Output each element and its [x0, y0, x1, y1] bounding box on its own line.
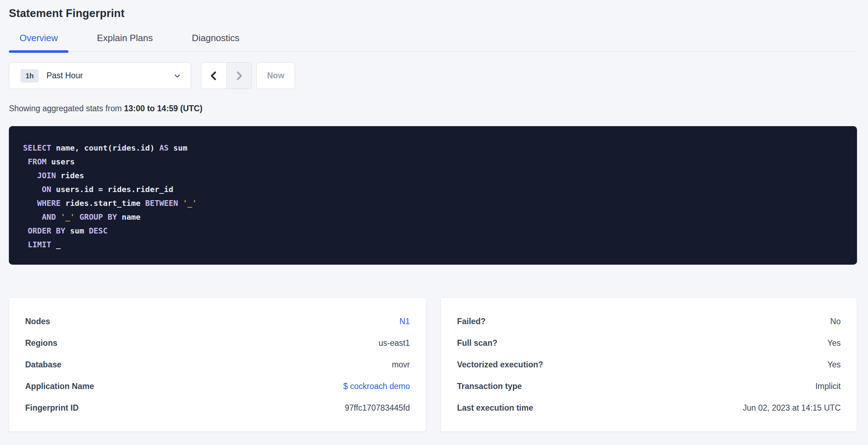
tab-overview[interactable]: Overview — [9, 33, 68, 51]
sql-token-id: sum — [65, 226, 89, 235]
summary-row-label: Transaction type — [457, 382, 522, 391]
sql-statement-box: SELECT name, count(rides.id) AS sum FROM… — [9, 126, 857, 265]
sql-token-kw: AS — [159, 143, 169, 152]
summary-row: NodesN1 — [25, 311, 410, 332]
summary-row: Application Name$ cockroach demo — [25, 376, 410, 397]
time-range-dropdown[interactable]: 1h Past Hour — [9, 62, 191, 89]
summary-row-value-link[interactable]: N1 — [400, 317, 410, 326]
summary-row-label: Last execution time — [457, 403, 533, 413]
tab-label: Overview — [20, 33, 58, 43]
summary-row-label: Database — [25, 360, 61, 370]
next-time-range-button[interactable] — [227, 63, 252, 89]
summary-row-label: Vectorized execution? — [457, 360, 543, 370]
summary-row-label: Full scan? — [457, 338, 497, 348]
summary-row: Last execution timeJun 02, 2023 at 14:15… — [457, 397, 841, 419]
sql-token-kw: SELECT — [23, 143, 51, 152]
summary-row-label: Failed? — [457, 317, 486, 326]
sql-token-kw: JOIN — [37, 171, 56, 180]
summary-row-label: Nodes — [25, 317, 50, 326]
chevron-left-icon — [208, 70, 219, 82]
sql-token-kw: FROM — [28, 157, 46, 166]
sql-token-kw: AND — [42, 213, 56, 221]
sql-token-str: '_' — [183, 199, 197, 208]
summary-row-label: Application Name — [25, 382, 94, 391]
summary-row-value: No — [830, 317, 841, 326]
tabs-bar: OverviewExplain PlansDiagnostics — [9, 33, 857, 52]
sql-token-kw: ON — [42, 185, 51, 194]
summary-row: Regionsus-east1 — [25, 332, 410, 354]
time-controls-row: 1h Past Hour — [9, 62, 857, 89]
sql-token-id — [23, 199, 37, 208]
aggregated-stats-range: 13:00 to 14:59 (UTC) — [124, 104, 202, 113]
summary-row-value: 97ffc170783445fd — [345, 403, 410, 413]
sql-token-id: sum — [169, 143, 188, 152]
summary-cards-row: NodesN1Regionsus-east1DatabasemovrApplic… — [9, 298, 857, 432]
summary-row-label: Fingerprint ID — [25, 403, 79, 413]
tab-explain-plans[interactable]: Explain Plans — [86, 33, 163, 51]
summary-row-value: Yes — [827, 360, 841, 370]
aggregated-stats-caption: Showing aggregated stats from 13:00 to 1… — [9, 104, 857, 113]
sql-token-kw: LIMIT — [28, 240, 51, 249]
sql-token-kw: ORDER BY — [28, 226, 65, 235]
now-button[interactable]: Now — [256, 62, 295, 89]
tab-label: Explain Plans — [97, 33, 153, 43]
page-title: Statement Fingerprint — [9, 7, 857, 20]
statement-details-card: NodesN1Regionsus-east1DatabasemovrApplic… — [9, 298, 426, 432]
chevron-down-icon — [173, 72, 182, 80]
summary-row-label: Regions — [25, 338, 57, 348]
statement-fingerprint-page: Statement Fingerprint OverviewExplain Pl… — [0, 0, 868, 445]
time-range-selected-label: Past Hour — [46, 71, 173, 80]
chevron-right-icon — [234, 70, 244, 82]
sql-token-id: _ — [51, 240, 61, 249]
previous-time-range-button[interactable] — [201, 63, 227, 89]
execution-attributes-card: Failed?NoFull scan?YesVectorized executi… — [441, 298, 857, 432]
sql-token-id — [23, 185, 42, 194]
sql-token-kw: DESC — [89, 226, 107, 235]
sql-token-kw: GROUP BY — [79, 213, 117, 221]
sql-token-kw: BETWEEN — [145, 199, 178, 208]
sql-token-id — [56, 213, 61, 221]
summary-row: Transaction typeImplicit — [457, 376, 841, 397]
sql-token-id — [23, 213, 42, 221]
tab-label: Diagnostics — [192, 33, 239, 43]
tab-diagnostics[interactable]: Diagnostics — [181, 33, 250, 51]
sql-token-id — [178, 199, 183, 208]
summary-row-value: Jun 02, 2023 at 14:15 UTC — [743, 403, 841, 413]
summary-row: Fingerprint ID97ffc170783445fd — [25, 397, 410, 419]
summary-row-value: Implicit — [815, 382, 841, 391]
sql-token-str: '_' — [61, 213, 75, 221]
sql-token-id: name, count(rides.id) — [51, 143, 159, 152]
sql-token-id: users — [46, 157, 74, 166]
active-tab-indicator — [9, 50, 68, 53]
summary-row-value: movr — [392, 360, 410, 370]
summary-row-value: us-east1 — [379, 338, 410, 348]
summary-row-value-link[interactable]: $ cockroach demo — [343, 382, 410, 391]
time-range-stepper — [201, 62, 252, 89]
sql-token-id — [23, 157, 28, 166]
summary-row: Vectorized execution?Yes — [457, 354, 841, 376]
sql-token-id: name — [117, 213, 140, 221]
sql-token-kw: WHERE — [37, 199, 61, 208]
sql-token-id — [23, 240, 28, 249]
aggregated-stats-prefix: Showing aggregated stats from — [9, 104, 124, 113]
sql-token-id — [23, 226, 28, 235]
summary-row-value: Yes — [827, 338, 841, 348]
time-range-badge: 1h — [21, 69, 39, 83]
sql-token-id: rides.start_time — [61, 199, 145, 208]
sql-token-id — [23, 171, 37, 180]
sql-token-id — [75, 213, 79, 221]
summary-row: Failed?No — [457, 311, 841, 332]
sql-token-id: rides — [56, 171, 84, 180]
sql-statement-code: SELECT name, count(rides.id) AS sum FROM… — [23, 141, 843, 252]
summary-row: Full scan?Yes — [457, 332, 841, 354]
summary-row: Databasemovr — [25, 354, 410, 376]
sql-token-id: users.id = rides.rider_id — [51, 185, 173, 194]
